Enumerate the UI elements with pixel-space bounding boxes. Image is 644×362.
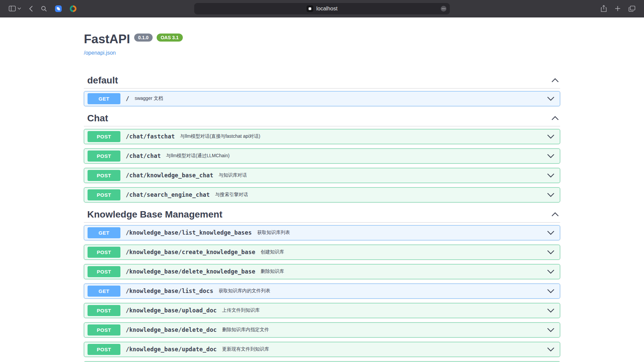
operation-description: 获取知识库内的文件列表: [219, 288, 270, 294]
operation-row[interactable]: POST /chat/search_engine_chat 与搜索引擎对话: [84, 187, 560, 202]
operation-path: /chat/fastchat: [126, 133, 175, 140]
url-bar[interactable]: localhost: [194, 3, 450, 14]
back-icon[interactable]: [29, 6, 33, 12]
method-badge: POST: [88, 344, 120, 355]
operation-row[interactable]: POST /knowledge_base/upload_doc 上传文件到知识库: [84, 303, 560, 318]
expand-chevron-down-icon[interactable]: [547, 250, 556, 254]
section-title: Chat: [87, 113, 108, 124]
expand-chevron-down-icon[interactable]: [547, 308, 556, 313]
operation-row[interactable]: POST /knowledge_base/update_doc 更新现有文件到知…: [84, 342, 560, 357]
operation-description: swagger 文档: [135, 96, 163, 102]
new-tab-icon[interactable]: [615, 6, 621, 11]
operation-row[interactable]: GET / swagger 文档: [84, 91, 560, 106]
section-header[interactable]: Knowledge Base Management: [84, 207, 560, 223]
operation-row[interactable]: POST /chat/chat 与llm模型对话(通过LLMChain): [84, 148, 560, 164]
toolbar-left: [9, 5, 76, 12]
operation-path: /knowledge_base/list_knowledge_bases: [126, 229, 252, 236]
expand-chevron-down-icon[interactable]: [547, 97, 556, 101]
collapse-chevron-up-icon[interactable]: [551, 212, 559, 217]
operation-path: /knowledge_base/delete_doc: [126, 326, 217, 333]
operation-description: 与知识库对话: [219, 172, 247, 178]
method-badge: POST: [88, 150, 120, 162]
api-section: Knowledge Base Management GET /knowledge…: [84, 207, 560, 362]
collapse-chevron-up-icon[interactable]: [551, 78, 559, 82]
section-operations: GET / swagger 文档: [84, 88, 560, 106]
operation-row[interactable]: GET /knowledge_base/list_knowledge_bases…: [84, 225, 560, 240]
operation-description: 获取知识库列表: [257, 230, 290, 236]
operation-description: 更新现有文件到知识库: [222, 346, 269, 352]
method-badge: GET: [88, 286, 120, 297]
operation-description: 删除知识库: [261, 268, 284, 275]
extension-icon-blue[interactable]: [55, 5, 62, 12]
search-icon[interactable]: [41, 6, 47, 12]
site-favicon-icon: [307, 5, 313, 12]
section-operations: POST /chat/fastchat 与llm模型对话(直接与fastchat…: [84, 126, 560, 202]
operation-row[interactable]: POST /chat/fastchat 与llm模型对话(直接与fastchat…: [84, 129, 560, 144]
expand-chevron-down-icon[interactable]: [547, 154, 556, 158]
openapi-spec-link[interactable]: /openapi.json: [84, 50, 116, 56]
operation-row[interactable]: GET /knowledge_base/list_docs 获取知识库内的文件列…: [84, 284, 560, 299]
operation-path: /chat/knowledge_base_chat: [126, 172, 213, 179]
extension-icon-ring[interactable]: [70, 5, 76, 12]
section-header[interactable]: Chat: [84, 111, 560, 126]
sidebar-icon[interactable]: [9, 6, 16, 11]
browser-toolbar: localhost: [0, 0, 644, 17]
operation-row[interactable]: POST /knowledge_base/delete_doc 删除知识库内指定…: [84, 322, 560, 338]
method-badge: GET: [88, 227, 120, 238]
expand-chevron-down-icon[interactable]: [547, 328, 556, 332]
oas-badge: OAS 3.1: [157, 34, 183, 42]
method-badge: POST: [88, 189, 120, 200]
method-badge: POST: [88, 131, 120, 142]
expand-chevron-down-icon[interactable]: [547, 134, 556, 139]
method-badge: POST: [88, 324, 120, 336]
operation-description: 与搜索引擎对话: [215, 192, 248, 198]
version-badge: 0.1.0: [134, 34, 153, 42]
operation-path: /knowledge_base/delete_knowledge_base: [126, 268, 255, 275]
operation-path: /chat/search_engine_chat: [126, 191, 210, 198]
api-info: FastAPI 0.1.0 OAS 3.1 /openapi.json: [84, 17, 560, 56]
operation-path: /knowledge_base/upload_doc: [126, 307, 217, 314]
operation-description: 上传文件到知识库: [222, 307, 260, 313]
expand-chevron-down-icon[interactable]: [547, 231, 556, 235]
operation-row[interactable]: POST /knowledge_base/create_knowledge_ba…: [84, 245, 560, 260]
section-header[interactable]: default: [84, 73, 560, 88]
operation-path: /knowledge_base/update_doc: [126, 346, 217, 353]
operation-path: /knowledge_base/list_docs: [126, 288, 213, 294]
section-title: Knowledge Base Management: [87, 209, 222, 220]
method-badge: POST: [88, 247, 120, 258]
method-badge: POST: [88, 170, 120, 181]
api-section: Chat POST /chat/fastchat 与llm模型对话(直接与fas…: [84, 111, 560, 202]
operation-path: /knowledge_base/create_knowledge_base: [126, 249, 255, 255]
collapse-chevron-up-icon[interactable]: [551, 116, 559, 120]
more-ellipsis-icon[interactable]: [440, 6, 447, 12]
method-badge: POST: [88, 266, 120, 277]
expand-chevron-down-icon[interactable]: [547, 173, 556, 178]
operation-description: 创建知识库: [261, 249, 284, 255]
expand-chevron-down-icon[interactable]: [547, 347, 556, 352]
section-operations: GET /knowledge_base/list_knowledge_bases…: [84, 223, 560, 362]
operation-row[interactable]: POST /knowledge_base/delete_knowledge_ba…: [84, 264, 560, 279]
method-badge: GET: [88, 93, 120, 104]
expand-chevron-down-icon[interactable]: [547, 289, 556, 293]
operation-path: /chat/chat: [126, 153, 161, 159]
operation-description: 与llm模型对话(直接与fastchat api对话): [180, 133, 260, 139]
operation-row[interactable]: POST /chat/knowledge_base_chat 与知识库对话: [84, 168, 560, 183]
operation-path: /: [126, 95, 129, 102]
page-title: FastAPI 0.1.0 OAS 3.1: [84, 32, 560, 47]
expand-chevron-down-icon[interactable]: [547, 269, 556, 274]
api-title-text: FastAPI: [84, 32, 130, 47]
api-sections: default GET / swagger 文档 Chat: [84, 73, 560, 362]
operation-description: 与llm模型对话(通过LLMChain): [166, 153, 229, 159]
expand-chevron-down-icon[interactable]: [547, 193, 556, 197]
api-section: default GET / swagger 文档: [84, 73, 560, 106]
toolbar-right: [601, 5, 635, 12]
url-text: localhost: [316, 6, 337, 12]
operation-description: 删除知识库内指定文件: [222, 327, 269, 333]
page-content: FastAPI 0.1.0 OAS 3.1 /openapi.json defa…: [0, 17, 644, 362]
share-icon[interactable]: [601, 5, 607, 12]
method-badge: POST: [88, 305, 120, 316]
section-title: default: [87, 75, 118, 86]
chevron-down-icon[interactable]: [17, 7, 21, 10]
tabs-icon[interactable]: [629, 6, 635, 12]
